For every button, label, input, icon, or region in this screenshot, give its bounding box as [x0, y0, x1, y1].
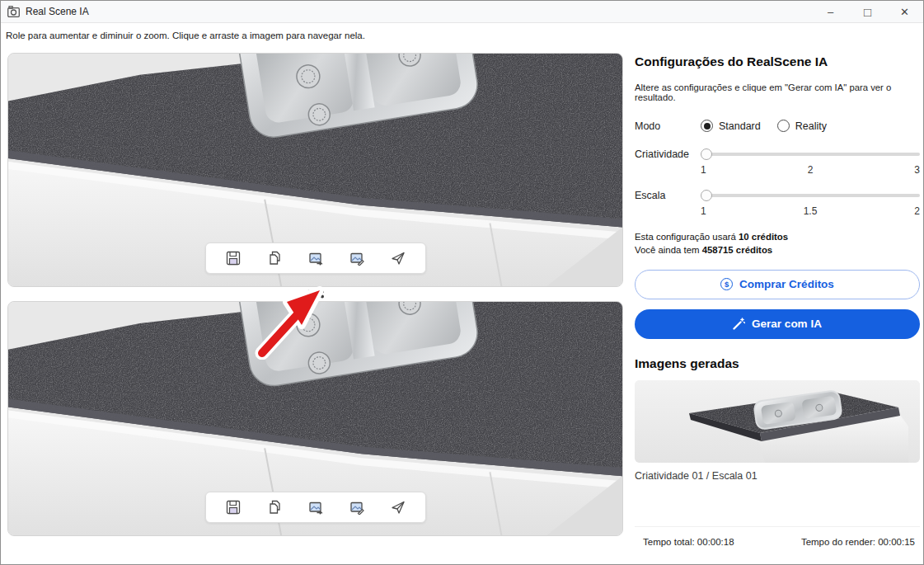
- tick-label: 1.5: [804, 205, 818, 217]
- mode-label: Modo: [635, 120, 701, 132]
- send-button[interactable]: [391, 500, 406, 515]
- radio-standard-circle[interactable]: [701, 120, 713, 132]
- camera-app-icon: [7, 6, 20, 17]
- tick-label: 1: [701, 164, 706, 176]
- window-titlebar: Real Scene IA – □ ✕: [1, 1, 923, 23]
- dollar-icon: $: [720, 278, 733, 290]
- render-image-2[interactable]: [7, 301, 623, 536]
- send-button[interactable]: [391, 251, 406, 266]
- edit-image-button[interactable]: [349, 251, 364, 266]
- criatividade-slider-handle[interactable]: [701, 148, 712, 160]
- render-viewer: [7, 53, 623, 536]
- settings-title: Configurações do RealScene IA: [635, 54, 920, 69]
- zoom-instruction-text: Role para aumentar e diminuir o zoom. Cl…: [6, 31, 365, 40]
- buy-credits-button[interactable]: $ Comprar Créditos: [635, 270, 920, 299]
- criatividade-slider[interactable]: [701, 148, 920, 160]
- credits-info: Esta configuração usará 10 créditos Você…: [635, 231, 920, 257]
- credits-usage-value: 10 créditos: [739, 232, 788, 242]
- criatividade-label: Criatividade: [635, 148, 701, 176]
- radio-reality-circle[interactable]: [777, 120, 790, 132]
- save-icon: [226, 251, 241, 266]
- close-button[interactable]: ✕: [886, 1, 923, 22]
- tick-label: 1: [701, 205, 706, 217]
- render-image-1[interactable]: [7, 53, 623, 287]
- escala-label: Escala: [635, 190, 701, 217]
- total-time-label: Tempo total: 00:00:18: [643, 537, 734, 547]
- save-button[interactable]: [226, 251, 241, 266]
- edit-image-icon: [349, 500, 364, 515]
- thumbnail-caption: Criatividade 01 / Escala 01: [635, 470, 920, 482]
- radio-reality[interactable]: Reality: [777, 120, 827, 132]
- copy-button[interactable]: [267, 251, 282, 266]
- minimize-button[interactable]: –: [812, 1, 849, 22]
- window-title: Real Scene IA: [26, 6, 89, 17]
- generated-thumbnail-image: [635, 380, 920, 463]
- criatividade-slider-row: Criatividade 1 2 3: [635, 148, 920, 176]
- escala-slider-handle[interactable]: [701, 190, 712, 201]
- export-image-button[interactable]: [308, 500, 323, 515]
- magic-wand-icon: [733, 318, 745, 330]
- tick-label: 2: [808, 164, 814, 176]
- credits-balance-value: 458715 créditos: [702, 245, 773, 255]
- mode-row: Modo Standard Reality: [635, 120, 920, 132]
- settings-sidebar: Configurações do RealScene IA Altere as …: [635, 50, 920, 557]
- buy-credits-label: Comprar Créditos: [739, 278, 834, 290]
- edit-image-button[interactable]: [349, 500, 364, 515]
- export-image-icon: [308, 500, 323, 515]
- edit-image-icon: [349, 251, 364, 266]
- tick-label: 3: [914, 164, 920, 176]
- radio-standard[interactable]: Standard: [701, 120, 761, 132]
- save-icon: [226, 500, 241, 515]
- drag-dots-icon[interactable]: [305, 289, 326, 299]
- escala-slider-row: Escala 1 1.5 2: [635, 190, 920, 217]
- tick-label: 2: [914, 205, 920, 217]
- export-image-button[interactable]: [308, 251, 323, 266]
- radio-standard-label: Standard: [719, 120, 761, 132]
- send-icon: [391, 500, 406, 515]
- time-status-bar: Tempo total: 00:00:18 Tempo do render: 0…: [635, 526, 920, 557]
- generate-ai-label: Gerar com IA: [752, 318, 822, 330]
- radio-reality-label: Reality: [795, 120, 827, 132]
- render-time-label: Tempo do render: 00:00:15: [801, 537, 915, 547]
- credits-usage-line: Esta configuração usará 10 créditos: [635, 231, 920, 244]
- credits-balance-line: Você ainda tem 458715 créditos: [635, 244, 920, 257]
- save-button[interactable]: [226, 500, 241, 515]
- copy-button[interactable]: [267, 500, 282, 515]
- settings-subtitle: Altere as configurações e clique em "Ger…: [635, 82, 920, 102]
- panel-divider[interactable]: [7, 287, 623, 301]
- send-icon: [391, 251, 406, 266]
- copy-icon: [267, 500, 282, 515]
- maximize-button[interactable]: □: [849, 1, 886, 22]
- copy-icon: [267, 251, 282, 266]
- generated-images-title: Imagens geradas: [635, 356, 920, 371]
- generated-thumbnail[interactable]: [635, 380, 920, 463]
- image-toolbar-2: [205, 492, 426, 523]
- escala-slider[interactable]: [701, 190, 920, 201]
- generate-ai-button[interactable]: Gerar com IA: [635, 309, 920, 339]
- export-image-icon: [308, 251, 323, 266]
- image-toolbar-1: [205, 242, 426, 274]
